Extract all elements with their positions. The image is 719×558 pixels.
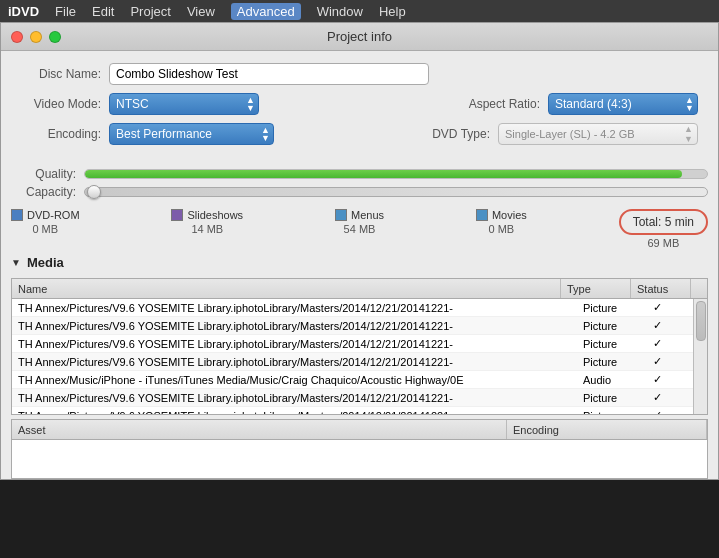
disc-name-row: Disc Name: bbox=[21, 63, 698, 85]
table-row[interactable]: TH Annex/Pictures/V9.6 YOSEMITE Library.… bbox=[12, 389, 707, 407]
media-table: Name Type Status TH Annex/Pictures/V9.6 … bbox=[11, 278, 708, 415]
menus-color-icon bbox=[335, 209, 347, 221]
table-row[interactable]: TH Annex/Pictures/V9.6 YOSEMITE Library.… bbox=[12, 299, 707, 317]
capacity-thumb[interactable] bbox=[87, 185, 101, 199]
legend-slideshows: Slideshows 14 MB bbox=[171, 209, 243, 235]
media-header: ▼ Media bbox=[11, 255, 708, 270]
cell-type: Picture bbox=[577, 320, 647, 332]
asset-col-header: Asset bbox=[12, 420, 507, 439]
menu-help[interactable]: Help bbox=[379, 4, 406, 19]
cell-type: Picture bbox=[577, 356, 647, 368]
movies-label: Movies bbox=[492, 209, 527, 221]
title-bar: Project info bbox=[1, 23, 718, 51]
movies-color-icon bbox=[476, 209, 488, 221]
table-row[interactable]: TH Annex/Music/iPhone - iTunes/iTunes Me… bbox=[12, 371, 707, 389]
total-bubble: Total: 5 min bbox=[619, 209, 708, 235]
encoding-row: Encoding: Best Performance High Quality … bbox=[21, 123, 698, 145]
cell-name: TH Annex/Pictures/V9.6 YOSEMITE Library.… bbox=[12, 302, 577, 314]
slideshows-size: 14 MB bbox=[191, 223, 223, 235]
menu-window[interactable]: Window bbox=[317, 4, 363, 19]
dvdrom-label: DVD-ROM bbox=[27, 209, 80, 221]
cell-type: Picture bbox=[577, 302, 647, 314]
total-label: Total: 5 min bbox=[633, 215, 694, 229]
quality-label: Quality: bbox=[11, 167, 76, 181]
table-row[interactable]: TH Annex/Pictures/V9.6 YOSEMITE Library.… bbox=[12, 335, 707, 353]
scrollbar-thumb[interactable] bbox=[696, 301, 706, 341]
table-row[interactable]: TH Annex/Pictures/V9.6 YOSEMITE Library.… bbox=[12, 353, 707, 371]
cell-name: TH Annex/Pictures/V9.6 YOSEMITE Library.… bbox=[12, 320, 577, 332]
media-section: ▼ Media bbox=[1, 249, 718, 278]
encoding-label: Encoding: bbox=[21, 127, 101, 141]
dvdrom-color-icon bbox=[11, 209, 23, 221]
cell-type: Picture bbox=[577, 392, 647, 404]
traffic-lights bbox=[11, 31, 61, 43]
menu-file[interactable]: File bbox=[55, 4, 76, 19]
close-button[interactable] bbox=[11, 31, 23, 43]
cell-name: TH Annex/Pictures/V9.6 YOSEMITE Library.… bbox=[12, 338, 577, 350]
menu-view[interactable]: View bbox=[187, 4, 215, 19]
menu-bar: iDVD File Edit Project View Advanced Win… bbox=[0, 0, 719, 22]
dvd-type-select-wrapper: Single-Layer (SL) - 4.2 GB ▲▼ bbox=[498, 123, 698, 145]
scroll-col-header bbox=[691, 279, 707, 298]
table-row[interactable]: TH Annex/Pictures/V9.6 YOSEMITE Library.… bbox=[12, 317, 707, 335]
minimize-button[interactable] bbox=[30, 31, 42, 43]
app-name: iDVD bbox=[8, 4, 39, 19]
video-mode-row: Video Mode: NTSC PAL ▲▼ Aspect Ratio: St… bbox=[21, 93, 698, 115]
project-info-window: Project info Disc Name: Video Mode: NTSC… bbox=[0, 22, 719, 480]
cell-name: TH Annex/Pictures/V9.6 YOSEMITE Library.… bbox=[12, 410, 577, 415]
menu-project[interactable]: Project bbox=[130, 4, 170, 19]
disc-name-label: Disc Name: bbox=[21, 67, 101, 81]
total-bubble-container: Total: 5 min 69 MB bbox=[619, 209, 708, 249]
cell-name: TH Annex/Pictures/V9.6 YOSEMITE Library.… bbox=[12, 392, 577, 404]
aspect-ratio-label: Aspect Ratio: bbox=[450, 97, 540, 111]
video-mode-select-wrapper: NTSC PAL ▲▼ bbox=[109, 93, 259, 115]
video-mode-label: Video Mode: bbox=[21, 97, 101, 111]
col-type-header: Type bbox=[561, 279, 631, 298]
media-label: Media bbox=[27, 255, 64, 270]
asset-table: Asset Encoding bbox=[11, 419, 708, 479]
disclosure-icon[interactable]: ▼ bbox=[11, 257, 21, 268]
dvd-type-value: Single-Layer (SL) - 4.2 GB bbox=[505, 128, 635, 140]
cell-type: Picture bbox=[577, 338, 647, 350]
table-row[interactable]: TH Annex/Pictures/V9.6 YOSEMITE Library.… bbox=[12, 407, 707, 414]
aspect-ratio-select[interactable]: Standard (4:3) Widescreen (16:9) bbox=[548, 93, 698, 115]
maximize-button[interactable] bbox=[49, 31, 61, 43]
asset-table-header: Asset Encoding bbox=[12, 420, 707, 440]
quality-track bbox=[84, 169, 708, 179]
slideshows-label: Slideshows bbox=[187, 209, 243, 221]
capacity-label: Capacity: bbox=[11, 185, 76, 199]
table-scrollbar[interactable] bbox=[693, 299, 707, 414]
menu-edit[interactable]: Edit bbox=[92, 4, 114, 19]
movies-size: 0 MB bbox=[488, 223, 514, 235]
capacity-slider-row: Capacity: bbox=[11, 185, 708, 199]
quality-slider-row: Quality: bbox=[11, 167, 708, 181]
legend-dvdrom: DVD-ROM 0 MB bbox=[11, 209, 80, 235]
encoding-select[interactable]: Best Performance High Quality Profession… bbox=[109, 123, 274, 145]
cell-name: TH Annex/Pictures/V9.6 YOSEMITE Library.… bbox=[12, 356, 577, 368]
video-mode-select[interactable]: NTSC PAL bbox=[109, 93, 259, 115]
encoding-select-wrapper: Best Performance High Quality Profession… bbox=[109, 123, 274, 145]
sliders-section: Quality: Capacity: bbox=[1, 163, 718, 203]
menus-size: 54 MB bbox=[344, 223, 376, 235]
menu-advanced[interactable]: Advanced bbox=[231, 3, 301, 20]
dvdrom-size: 0 MB bbox=[32, 223, 58, 235]
cell-type: Audio bbox=[577, 374, 647, 386]
menus-label: Menus bbox=[351, 209, 384, 221]
col-status-header: Status bbox=[631, 279, 691, 298]
table-body: TH Annex/Pictures/V9.6 YOSEMITE Library.… bbox=[12, 299, 707, 414]
quality-fill bbox=[85, 170, 682, 178]
capacity-track[interactable] bbox=[84, 187, 708, 197]
dvd-type-field: Single-Layer (SL) - 4.2 GB ▲▼ bbox=[498, 123, 698, 145]
disc-name-input[interactable] bbox=[109, 63, 429, 85]
total-size: 69 MB bbox=[619, 237, 708, 249]
cell-type: Picture bbox=[577, 410, 647, 415]
encoding-col-header: Encoding bbox=[507, 420, 707, 439]
table-header: Name Type Status bbox=[12, 279, 707, 299]
aspect-ratio-select-wrapper: Standard (4:3) Widescreen (16:9) ▲▼ bbox=[548, 93, 698, 115]
dvd-type-label: DVD Type: bbox=[420, 127, 490, 141]
legend-movies: Movies 0 MB bbox=[476, 209, 527, 235]
legend-menus: Menus 54 MB bbox=[335, 209, 384, 235]
col-name-header: Name bbox=[12, 279, 561, 298]
window-title: Project info bbox=[327, 29, 392, 44]
content-area: Disc Name: Video Mode: NTSC PAL ▲▼ Aspec… bbox=[1, 51, 718, 163]
